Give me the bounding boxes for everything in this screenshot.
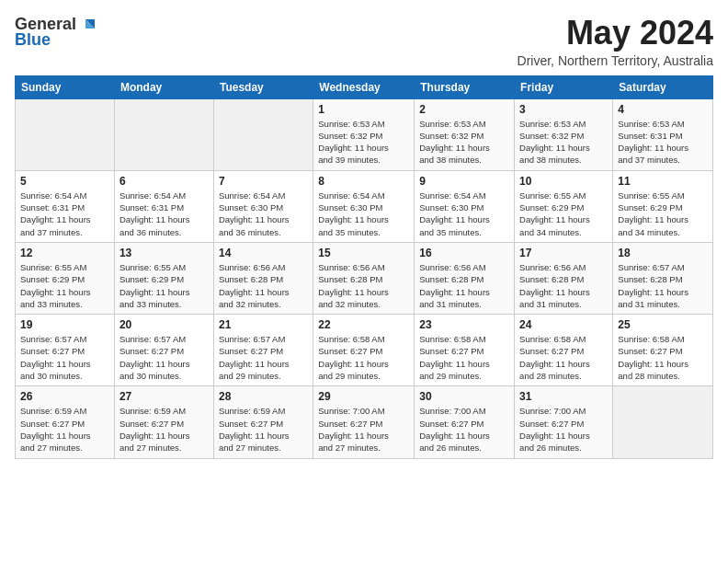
calendar-cell: 28Sunrise: 6:59 AMSunset: 6:27 PMDayligh…	[213, 386, 313, 458]
month-title: May 2024	[518, 15, 713, 52]
day-info: Sunrise: 6:57 AMSunset: 6:27 PMDaylight:…	[119, 333, 209, 382]
day-number: 24	[519, 318, 608, 331]
calendar-cell: 19Sunrise: 6:57 AMSunset: 6:27 PMDayligh…	[16, 315, 115, 386]
day-info: Sunrise: 6:55 AMSunset: 6:29 PMDaylight:…	[519, 190, 608, 238]
day-number: 21	[219, 318, 308, 331]
calendar-cell: 31Sunrise: 7:00 AMSunset: 6:27 PMDayligh…	[515, 386, 613, 458]
page-header: General Blue May 2024 Driver, Northern T…	[15, 15, 713, 68]
day-info: Sunrise: 6:53 AMSunset: 6:32 PMDaylight:…	[419, 118, 509, 167]
day-number: 31	[519, 390, 608, 403]
day-info: Sunrise: 6:58 AMSunset: 6:27 PMDaylight:…	[318, 333, 409, 382]
day-number: 13	[119, 247, 209, 259]
calendar-cell: 8Sunrise: 6:54 AMSunset: 6:30 PMDaylight…	[313, 170, 415, 242]
calendar-cell: 1Sunrise: 6:53 AMSunset: 6:32 PMDaylight…	[313, 98, 415, 170]
day-info: Sunrise: 7:00 AMSunset: 6:27 PMDaylight:…	[419, 405, 509, 454]
day-number: 17	[519, 247, 608, 259]
calendar-cell: 20Sunrise: 6:57 AMSunset: 6:27 PMDayligh…	[114, 315, 213, 386]
calendar-cell: 22Sunrise: 6:58 AMSunset: 6:27 PMDayligh…	[313, 315, 415, 386]
calendar-cell: 16Sunrise: 6:56 AMSunset: 6:28 PMDayligh…	[415, 242, 515, 314]
title-section: May 2024 Driver, Northern Territory, Aus…	[518, 15, 713, 68]
weekday-header-thursday: Thursday	[415, 75, 515, 98]
calendar-header: SundayMondayTuesdayWednesdayThursdayFrid…	[16, 75, 713, 98]
day-number: 6	[119, 175, 209, 188]
week-row-4: 19Sunrise: 6:57 AMSunset: 6:27 PMDayligh…	[16, 315, 713, 386]
calendar-cell: 5Sunrise: 6:54 AMSunset: 6:31 PMDaylight…	[16, 170, 115, 242]
day-info: Sunrise: 6:59 AMSunset: 6:27 PMDaylight:…	[20, 405, 109, 454]
calendar-cell: 21Sunrise: 6:57 AMSunset: 6:27 PMDayligh…	[213, 315, 313, 386]
day-number: 1	[318, 103, 409, 116]
logo-blue-text: Blue	[15, 30, 51, 50]
weekday-header-saturday: Saturday	[613, 75, 713, 98]
day-info: Sunrise: 6:56 AMSunset: 6:28 PMDaylight:…	[519, 261, 608, 310]
day-info: Sunrise: 6:57 AMSunset: 6:28 PMDaylight:…	[618, 261, 708, 310]
day-info: Sunrise: 6:53 AMSunset: 6:31 PMDaylight:…	[618, 118, 708, 167]
day-info: Sunrise: 6:56 AMSunset: 6:28 PMDaylight:…	[318, 261, 409, 310]
calendar-table: SundayMondayTuesdayWednesdayThursdayFrid…	[15, 75, 713, 459]
calendar-cell: 4Sunrise: 6:53 AMSunset: 6:31 PMDaylight…	[613, 98, 713, 170]
day-number: 7	[219, 175, 308, 188]
day-number: 15	[318, 247, 409, 259]
calendar-cell: 13Sunrise: 6:55 AMSunset: 6:29 PMDayligh…	[114, 242, 213, 314]
calendar-cell: 27Sunrise: 6:59 AMSunset: 6:27 PMDayligh…	[114, 386, 213, 458]
day-info: Sunrise: 6:54 AMSunset: 6:30 PMDaylight:…	[419, 190, 509, 238]
calendar-cell: 24Sunrise: 6:58 AMSunset: 6:27 PMDayligh…	[515, 315, 613, 386]
calendar-cell: 18Sunrise: 6:57 AMSunset: 6:28 PMDayligh…	[613, 242, 713, 314]
weekday-header-sunday: Sunday	[16, 75, 115, 98]
week-row-5: 26Sunrise: 6:59 AMSunset: 6:27 PMDayligh…	[16, 386, 713, 458]
location-title: Driver, Northern Territory, Australia	[518, 53, 713, 68]
calendar-cell	[213, 98, 313, 170]
weekday-header-wednesday: Wednesday	[313, 75, 415, 98]
day-info: Sunrise: 6:59 AMSunset: 6:27 PMDaylight:…	[119, 405, 209, 454]
day-info: Sunrise: 6:59 AMSunset: 6:27 PMDaylight:…	[219, 405, 308, 454]
day-number: 8	[318, 175, 409, 188]
calendar-cell	[114, 98, 213, 170]
day-info: Sunrise: 6:57 AMSunset: 6:27 PMDaylight:…	[219, 333, 308, 382]
calendar-cell: 6Sunrise: 6:54 AMSunset: 6:31 PMDaylight…	[114, 170, 213, 242]
calendar-cell: 25Sunrise: 6:58 AMSunset: 6:27 PMDayligh…	[613, 315, 713, 386]
day-number: 25	[618, 318, 708, 331]
calendar-cell: 12Sunrise: 6:55 AMSunset: 6:29 PMDayligh…	[16, 242, 115, 314]
calendar-cell	[16, 98, 115, 170]
day-number: 28	[219, 390, 308, 403]
day-number: 29	[318, 390, 409, 403]
day-info: Sunrise: 6:53 AMSunset: 6:32 PMDaylight:…	[318, 118, 409, 167]
weekday-header-monday: Monday	[114, 75, 213, 98]
logo: General Blue	[15, 15, 97, 50]
day-number: 19	[20, 318, 109, 331]
day-info: Sunrise: 6:54 AMSunset: 6:30 PMDaylight:…	[318, 190, 409, 238]
day-number: 18	[618, 247, 708, 259]
calendar-cell: 30Sunrise: 7:00 AMSunset: 6:27 PMDayligh…	[415, 386, 515, 458]
weekday-header-friday: Friday	[515, 75, 613, 98]
day-number: 22	[318, 318, 409, 331]
day-number: 5	[20, 175, 109, 188]
day-number: 11	[618, 175, 708, 188]
day-number: 20	[119, 318, 209, 331]
calendar-cell: 3Sunrise: 6:53 AMSunset: 6:32 PMDaylight…	[515, 98, 613, 170]
logo-icon	[78, 16, 97, 34]
day-number: 14	[219, 247, 308, 259]
day-info: Sunrise: 6:58 AMSunset: 6:27 PMDaylight:…	[519, 333, 608, 382]
day-info: Sunrise: 6:54 AMSunset: 6:30 PMDaylight:…	[219, 190, 308, 238]
day-info: Sunrise: 6:55 AMSunset: 6:29 PMDaylight:…	[119, 261, 209, 310]
day-info: Sunrise: 6:56 AMSunset: 6:28 PMDaylight:…	[419, 261, 509, 310]
weekday-row: SundayMondayTuesdayWednesdayThursdayFrid…	[16, 75, 713, 98]
day-number: 4	[618, 103, 708, 116]
day-number: 23	[419, 318, 509, 331]
day-info: Sunrise: 6:58 AMSunset: 6:27 PMDaylight:…	[419, 333, 509, 382]
calendar-cell: 10Sunrise: 6:55 AMSunset: 6:29 PMDayligh…	[515, 170, 613, 242]
day-number: 26	[20, 390, 109, 403]
day-info: Sunrise: 7:00 AMSunset: 6:27 PMDaylight:…	[519, 405, 608, 454]
day-number: 16	[419, 247, 509, 259]
calendar-cell: 11Sunrise: 6:55 AMSunset: 6:29 PMDayligh…	[613, 170, 713, 242]
day-info: Sunrise: 6:54 AMSunset: 6:31 PMDaylight:…	[20, 190, 109, 238]
day-number: 27	[119, 390, 209, 403]
calendar-cell: 7Sunrise: 6:54 AMSunset: 6:30 PMDaylight…	[213, 170, 313, 242]
day-number: 3	[519, 103, 608, 116]
day-info: Sunrise: 6:57 AMSunset: 6:27 PMDaylight:…	[20, 333, 109, 382]
day-info: Sunrise: 6:54 AMSunset: 6:31 PMDaylight:…	[119, 190, 209, 238]
day-info: Sunrise: 6:55 AMSunset: 6:29 PMDaylight:…	[618, 190, 708, 238]
week-row-1: 1Sunrise: 6:53 AMSunset: 6:32 PMDaylight…	[16, 98, 713, 170]
calendar-cell: 23Sunrise: 6:58 AMSunset: 6:27 PMDayligh…	[415, 315, 515, 386]
week-row-2: 5Sunrise: 6:54 AMSunset: 6:31 PMDaylight…	[16, 170, 713, 242]
calendar-cell	[613, 386, 713, 458]
